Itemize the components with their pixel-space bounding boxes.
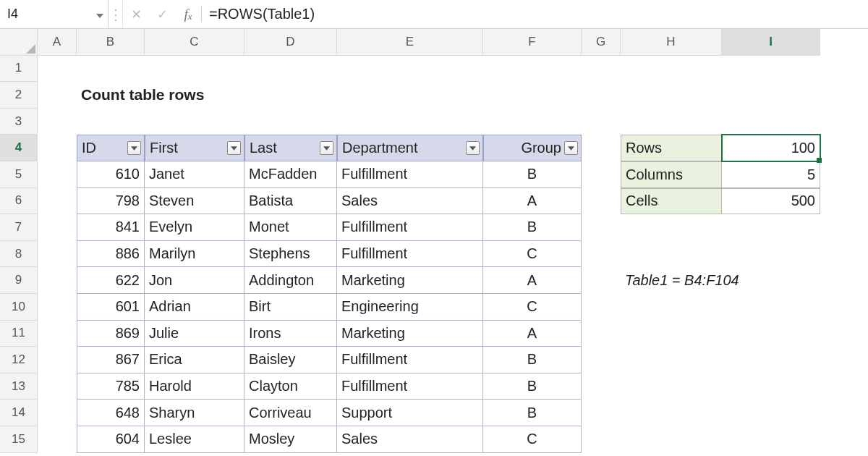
cell[interactable] — [38, 109, 77, 135]
cell[interactable] — [621, 294, 722, 321]
cell[interactable] — [77, 109, 145, 135]
cell[interactable] — [621, 321, 722, 347]
table-cell-group[interactable]: B — [483, 400, 582, 426]
table-cell-group[interactable]: B — [483, 214, 582, 241]
table-cell-group[interactable]: B — [483, 347, 582, 373]
cell[interactable] — [483, 56, 582, 83]
col-header-i[interactable]: I — [722, 29, 820, 56]
col-header-a[interactable]: A — [38, 29, 77, 56]
row-header-1[interactable]: 1 — [0, 56, 38, 83]
cell[interactable] — [582, 347, 621, 373]
table-cell-last[interactable]: Stephens — [244, 241, 337, 268]
cell[interactable] — [621, 241, 722, 268]
summary-rows-value[interactable]: 100 — [722, 135, 820, 161]
table-cell-id[interactable]: 622 — [77, 267, 145, 294]
cell[interactable] — [38, 241, 77, 268]
cell[interactable] — [38, 188, 77, 215]
table-cell-id[interactable]: 601 — [77, 294, 145, 321]
table-cell-dept[interactable]: Fulfillment — [337, 241, 483, 268]
table-cell-id[interactable]: 841 — [77, 214, 145, 241]
table-cell-first[interactable]: Steven — [145, 188, 244, 215]
table-cell-dept[interactable]: Fulfillment — [337, 161, 483, 188]
cell[interactable] — [582, 400, 621, 426]
table-cell-group[interactable]: A — [483, 321, 582, 347]
table-cell-last[interactable]: Clayton — [244, 373, 337, 400]
cell[interactable] — [582, 82, 621, 109]
table-cell-id[interactable]: 798 — [77, 188, 145, 215]
table-cell-first[interactable]: Adrian — [145, 294, 244, 321]
table-header-first[interactable]: First — [145, 135, 244, 161]
cell[interactable] — [722, 294, 820, 321]
table-cell-group[interactable]: C — [483, 426, 582, 453]
cell[interactable] — [38, 135, 77, 161]
cell[interactable] — [621, 400, 722, 426]
cell[interactable] — [337, 56, 483, 83]
table-cell-dept[interactable]: Marketing — [337, 321, 483, 347]
cell[interactable] — [722, 400, 820, 426]
col-header-d[interactable]: D — [244, 29, 337, 56]
row-header-2[interactable]: 2 — [0, 82, 38, 109]
cell[interactable] — [38, 347, 77, 373]
table-cell-first[interactable]: Erica — [145, 347, 244, 373]
cell[interactable] — [722, 347, 820, 373]
table-cell-first[interactable]: Sharyn — [145, 400, 244, 426]
table-cell-group[interactable]: C — [483, 294, 582, 321]
table-cell-dept[interactable]: Marketing — [337, 267, 483, 294]
cell[interactable] — [38, 56, 77, 83]
filter-button[interactable] — [320, 141, 333, 155]
cell[interactable] — [582, 267, 621, 294]
row-header-6[interactable]: 6 — [0, 188, 38, 215]
table-cell-group[interactable]: B — [483, 161, 582, 188]
table-cell-first[interactable]: Julie — [145, 321, 244, 347]
table-cell-id[interactable]: 648 — [77, 400, 145, 426]
cell[interactable] — [582, 161, 621, 188]
table-cell-first[interactable]: Evelyn — [145, 214, 244, 241]
table-cell-group[interactable]: B — [483, 373, 582, 400]
table-cell-first[interactable]: Jon — [145, 267, 244, 294]
filter-button[interactable] — [466, 141, 480, 155]
table-cell-last[interactable]: Addington — [244, 267, 337, 294]
table-cell-dept[interactable]: Fulfillment — [337, 373, 483, 400]
row-header-9[interactable]: 9 — [0, 267, 38, 294]
row-header-15[interactable]: 15 — [0, 426, 38, 453]
cell[interactable] — [722, 373, 820, 400]
table-header-id[interactable]: ID — [77, 135, 145, 161]
table-cell-last[interactable]: Corriveau — [244, 400, 337, 426]
cell[interactable] — [38, 267, 77, 294]
cell[interactable] — [244, 56, 337, 83]
filter-button[interactable] — [127, 141, 141, 155]
cell[interactable] — [145, 109, 244, 135]
cell[interactable] — [337, 109, 483, 135]
cell[interactable] — [38, 294, 77, 321]
row-header-7[interactable]: 7 — [0, 214, 38, 241]
summary-columns-label[interactable]: Columns — [621, 161, 722, 188]
cell[interactable] — [722, 82, 820, 109]
row-header-11[interactable]: 11 — [0, 321, 38, 347]
table-cell-dept[interactable]: Support — [337, 400, 483, 426]
cell[interactable] — [722, 56, 820, 83]
cell[interactable] — [483, 82, 582, 109]
cell[interactable] — [582, 241, 621, 268]
cell[interactable] — [38, 373, 77, 400]
table-cell-id[interactable]: 604 — [77, 426, 145, 453]
cell[interactable] — [483, 109, 582, 135]
enter-formula-button[interactable]: ✓ — [149, 0, 175, 28]
cell[interactable] — [145, 56, 244, 83]
table-cell-group[interactable]: A — [483, 267, 582, 294]
summary-columns-value[interactable]: 5 — [722, 161, 820, 188]
row-header-8[interactable]: 8 — [0, 241, 38, 268]
cell[interactable] — [38, 214, 77, 241]
table-header-last[interactable]: Last — [244, 135, 337, 161]
table-cell-group[interactable]: C — [483, 241, 582, 268]
table-cell-dept[interactable]: Sales — [337, 188, 483, 215]
cell[interactable] — [582, 56, 621, 83]
table-cell-id[interactable]: 867 — [77, 347, 145, 373]
table-cell-first[interactable]: Leslee — [145, 426, 244, 453]
select-all-corner[interactable] — [0, 29, 38, 56]
cell[interactable] — [722, 109, 820, 135]
cell[interactable] — [244, 109, 337, 135]
row-header-13[interactable]: 13 — [0, 373, 38, 400]
table-cell-first[interactable]: Marilyn — [145, 241, 244, 268]
row-header-5[interactable]: 5 — [0, 161, 38, 188]
row-header-3[interactable]: 3 — [0, 109, 38, 135]
